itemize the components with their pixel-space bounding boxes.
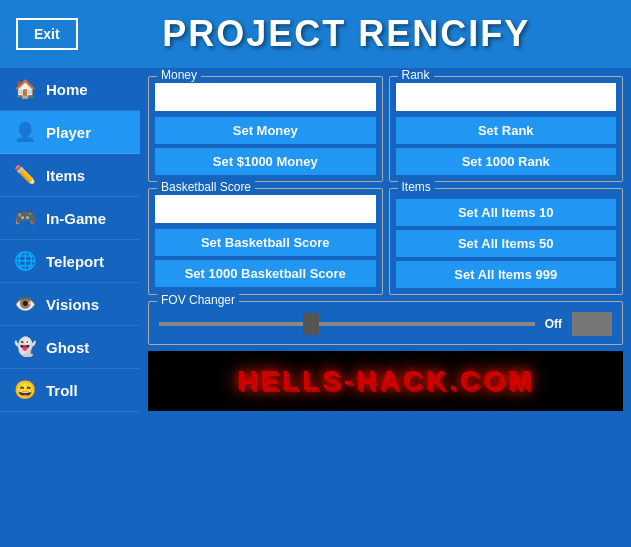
- sidebar-item-ghost[interactable]: 👻 Ghost: [0, 326, 140, 369]
- basketball-input[interactable]: [155, 195, 376, 223]
- ingame-icon: 🎮: [14, 207, 36, 229]
- fov-row: Off: [159, 312, 612, 336]
- money-panel: Money Set Money Set $1000 Money: [148, 76, 383, 182]
- sidebar-item-player-label: Player: [46, 124, 91, 141]
- sidebar-item-troll[interactable]: 😄 Troll: [0, 369, 140, 412]
- home-icon: 🏠: [14, 78, 36, 100]
- ghost-icon: 👻: [14, 336, 36, 358]
- set-items-999-button[interactable]: Set All Items 999: [396, 261, 617, 288]
- sidebar-item-teleport-label: Teleport: [46, 253, 104, 270]
- fov-panel: FOV Changer Off: [148, 301, 623, 345]
- sidebar-item-items-label: Items: [46, 167, 85, 184]
- fov-off-label: Off: [545, 317, 562, 331]
- money-input[interactable]: [155, 83, 376, 111]
- set-1000-rank-button[interactable]: Set 1000 Rank: [396, 148, 617, 175]
- items-icon: ✏️: [14, 164, 36, 186]
- sidebar-item-home-label: Home: [46, 81, 88, 98]
- rank-panel: Rank Set Rank Set 1000 Rank: [389, 76, 624, 182]
- sidebar-item-ghost-label: Ghost: [46, 339, 89, 356]
- row-basketball-items: Basketball Score Set Basketball Score Se…: [148, 188, 623, 295]
- player-icon: 👤: [14, 121, 36, 143]
- fov-slider[interactable]: [159, 322, 535, 326]
- set-items-50-button[interactable]: Set All Items 50: [396, 230, 617, 257]
- exit-button[interactable]: Exit: [16, 18, 78, 50]
- row-money-rank: Money Set Money Set $1000 Money Rank Set…: [148, 76, 623, 182]
- teleport-icon: 🌐: [14, 250, 36, 272]
- footer-text: HELLS-HACK.COM: [237, 365, 534, 397]
- basketball-panel-label: Basketball Score: [157, 180, 255, 194]
- visions-icon: 👁️: [14, 293, 36, 315]
- fov-panel-label: FOV Changer: [157, 293, 239, 307]
- sidebar-item-visions[interactable]: 👁️ Visions: [0, 283, 140, 326]
- fov-toggle-button[interactable]: [572, 312, 612, 336]
- footer-banner: HELLS-HACK.COM: [148, 351, 623, 411]
- rank-panel-label: Rank: [398, 68, 434, 82]
- sidebar-item-home[interactable]: 🏠 Home: [0, 68, 140, 111]
- troll-icon: 😄: [14, 379, 36, 401]
- items-panel: Items Set All Items 10 Set All Items 50 …: [389, 188, 624, 295]
- sidebar-item-troll-label: Troll: [46, 382, 78, 399]
- sidebar-item-player[interactable]: 👤 Player: [0, 111, 140, 154]
- set-1000-basketball-button[interactable]: Set 1000 Basketball Score: [155, 260, 376, 287]
- set-money-button[interactable]: Set Money: [155, 117, 376, 144]
- content-area: Money Set Money Set $1000 Money Rank Set…: [140, 68, 631, 547]
- main-layout: 🏠 Home 👤 Player ✏️ Items 🎮 In-Game 🌐 Tel…: [0, 68, 631, 547]
- sidebar-item-items[interactable]: ✏️ Items: [0, 154, 140, 197]
- items-panel-label: Items: [398, 180, 435, 194]
- set-basketball-button[interactable]: Set Basketball Score: [155, 229, 376, 256]
- sidebar-item-teleport[interactable]: 🌐 Teleport: [0, 240, 140, 283]
- basketball-panel: Basketball Score Set Basketball Score Se…: [148, 188, 383, 295]
- sidebar-item-ingame-label: In-Game: [46, 210, 106, 227]
- sidebar-item-visions-label: Visions: [46, 296, 99, 313]
- app-title: PROJECT RENCIFY: [78, 13, 615, 55]
- money-panel-label: Money: [157, 68, 201, 82]
- rank-input[interactable]: [396, 83, 617, 111]
- set-1000-money-button[interactable]: Set $1000 Money: [155, 148, 376, 175]
- sidebar-item-ingame[interactable]: 🎮 In-Game: [0, 197, 140, 240]
- header: Exit PROJECT RENCIFY: [0, 0, 631, 68]
- sidebar: 🏠 Home 👤 Player ✏️ Items 🎮 In-Game 🌐 Tel…: [0, 68, 140, 547]
- set-rank-button[interactable]: Set Rank: [396, 117, 617, 144]
- set-items-10-button[interactable]: Set All Items 10: [396, 199, 617, 226]
